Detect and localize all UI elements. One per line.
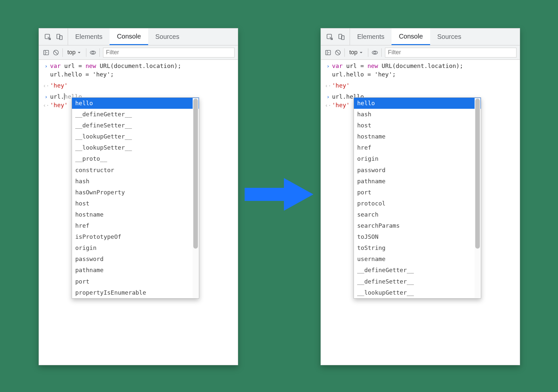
output-icon: ‹·: [43, 102, 49, 108]
autocomplete-popup[interactable]: hello hashhosthostnamehreforiginpassword…: [354, 97, 481, 299]
inspect-icon[interactable]: [44, 33, 51, 41]
autocomplete-item[interactable]: href: [354, 142, 481, 153]
context-selector[interactable]: top: [66, 49, 83, 56]
console-line: url.hello = 'hey';: [50, 70, 235, 79]
autocomplete-item[interactable]: hash: [72, 176, 199, 187]
autocomplete-item[interactable]: hasOwnProperty: [72, 187, 199, 198]
autocomplete-item[interactable]: search: [354, 209, 481, 220]
tab-console[interactable]: Console: [392, 28, 430, 45]
devtools-panel-left: Elements Console Sources top › var url =…: [39, 28, 238, 365]
prompt-icon: ›: [44, 94, 48, 100]
autocomplete-list: hello hashhosthostnamehreforiginpassword…: [354, 98, 481, 298]
tab-bar: Elements Console Sources: [321, 28, 520, 45]
arrow-icon: [241, 173, 317, 216]
autocomplete-list: hello __defineGetter____defineSetter____…: [72, 98, 199, 298]
autocomplete-item[interactable]: __lookupGetter__: [354, 287, 481, 298]
autocomplete-item[interactable]: __proto__: [72, 153, 199, 164]
autocomplete-item[interactable]: __lookupGetter__: [72, 131, 199, 142]
autocomplete-item[interactable]: hostname: [354, 131, 481, 142]
scrollbar-thumb[interactable]: [475, 99, 480, 249]
tab-sources[interactable]: Sources: [148, 28, 186, 45]
svg-rect-10: [326, 50, 331, 55]
autocomplete-item[interactable]: hash: [354, 109, 481, 120]
console-line: url.hello = 'hey';: [332, 70, 516, 79]
prompt-icon: ›: [326, 94, 330, 100]
console-toolbar: top: [39, 45, 238, 60]
autocomplete-item[interactable]: __defineSetter__: [72, 120, 199, 131]
output-icon: ‹·: [325, 102, 331, 108]
autocomplete-item[interactable]: searchParams: [354, 220, 481, 231]
autocomplete-item[interactable]: username: [354, 253, 481, 265]
context-label: top: [67, 49, 76, 56]
sidebar-toggle-icon[interactable]: [43, 49, 49, 56]
toolbar-divider: [62, 48, 63, 57]
autocomplete-item-selected[interactable]: hello: [354, 98, 481, 109]
autocomplete-item[interactable]: pathname: [354, 176, 481, 187]
tab-bar: Elements Console Sources: [39, 28, 238, 45]
autocomplete-item[interactable]: isPrototypeOf: [72, 231, 199, 242]
autocomplete-item[interactable]: __defineSetter__: [354, 276, 481, 287]
clear-console-icon[interactable]: [335, 49, 341, 56]
console-body: › var url = new URL(document.location); …: [321, 60, 520, 109]
autocomplete-item[interactable]: password: [72, 253, 199, 265]
live-expression-icon[interactable]: [372, 49, 378, 56]
console-output: 'hey': [332, 81, 516, 90]
context-selector[interactable]: top: [348, 49, 365, 56]
filter-input[interactable]: [385, 48, 516, 57]
autocomplete-item[interactable]: port: [354, 187, 481, 198]
autocomplete-item[interactable]: port: [72, 276, 199, 287]
toolbar-divider: [381, 48, 382, 57]
scrollbar-thumb[interactable]: [193, 99, 198, 249]
console-output: 'hey': [50, 81, 235, 90]
autocomplete-item[interactable]: constructor: [72, 165, 199, 176]
output-icon: ‹·: [325, 83, 331, 89]
scrollbar-track[interactable]: [475, 98, 480, 298]
console-toolbar: top: [321, 45, 520, 60]
toolbar-divider: [344, 48, 345, 57]
prompt-icon: ›: [326, 63, 330, 69]
clear-console-icon[interactable]: [53, 49, 59, 56]
inspect-icon[interactable]: [326, 33, 333, 41]
context-label: top: [349, 49, 357, 56]
tab-elements[interactable]: Elements: [68, 28, 110, 45]
svg-point-13: [374, 51, 376, 54]
autocomplete-item[interactable]: toString: [354, 242, 481, 253]
autocomplete-popup[interactable]: hello __defineGetter____defineSetter____…: [72, 97, 199, 299]
autocomplete-item[interactable]: __defineGetter__: [354, 265, 481, 276]
autocomplete-item[interactable]: pathname: [72, 265, 199, 276]
prompt-icon: ›: [44, 63, 48, 69]
toolbar-divider: [368, 48, 368, 57]
console-body: › var url = new URL(document.location); …: [39, 60, 238, 109]
svg-rect-3: [44, 50, 49, 55]
device-toggle-icon[interactable]: [338, 33, 345, 41]
devtools-panel-right: Elements Console Sources top › var url =…: [321, 28, 520, 365]
toolbar-divider: [86, 48, 86, 57]
autocomplete-item[interactable]: protocol: [354, 198, 481, 209]
sidebar-toggle-icon[interactable]: [325, 49, 331, 56]
autocomplete-item[interactable]: propertyIsEnumerable: [72, 287, 199, 298]
tab-elements[interactable]: Elements: [350, 28, 392, 45]
scrollbar-track[interactable]: [193, 98, 199, 298]
console-line: var url = new URL(document.location);: [50, 62, 235, 70]
autocomplete-item[interactable]: hostname: [72, 209, 199, 220]
autocomplete-item[interactable]: origin: [354, 153, 481, 164]
output-icon: ‹·: [43, 83, 49, 89]
toolbar-divider: [99, 48, 100, 57]
console-line: var url = new URL(document.location);: [332, 62, 516, 70]
autocomplete-item[interactable]: __defineGetter__: [72, 109, 199, 120]
autocomplete-item[interactable]: __lookupSetter__: [72, 142, 199, 153]
live-expression-icon[interactable]: [90, 49, 96, 56]
autocomplete-item[interactable]: password: [354, 165, 481, 176]
autocomplete-item-selected[interactable]: hello: [72, 98, 199, 109]
tab-sources[interactable]: Sources: [430, 28, 468, 45]
device-toggle-icon[interactable]: [56, 33, 63, 41]
svg-point-6: [92, 51, 94, 54]
autocomplete-item[interactable]: host: [72, 198, 199, 209]
filter-input[interactable]: [103, 48, 235, 57]
autocomplete-item[interactable]: toJSON: [354, 231, 481, 242]
tab-console[interactable]: Console: [110, 28, 148, 45]
autocomplete-item[interactable]: href: [72, 220, 199, 231]
autocomplete-item[interactable]: origin: [72, 242, 199, 253]
autocomplete-item[interactable]: host: [354, 120, 481, 131]
